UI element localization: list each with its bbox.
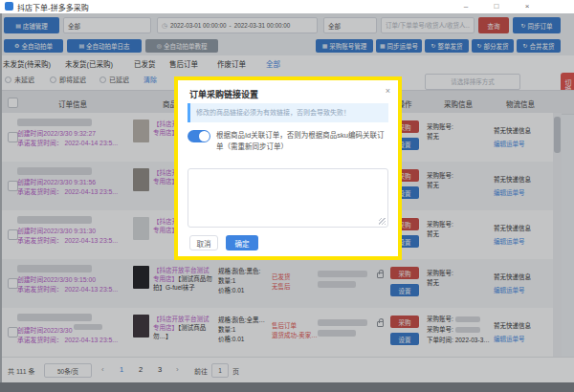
modal-close-icon[interactable]: × bbox=[386, 86, 390, 96]
purchase-link-settings-modal: 订单采购链接设置 × 修改的商品链接必须为有效链接，否则会导致失败！ 根据商品I… bbox=[174, 76, 402, 260]
purchase-link-textarea[interactable] bbox=[188, 168, 388, 228]
title-bar: 抖店下单-拼多多采购 – □ × bbox=[0, 0, 574, 14]
modal-title: 订单采购链接设置 bbox=[189, 88, 258, 100]
minimize-button[interactable]: – bbox=[457, 0, 475, 12]
maximize-button[interactable]: □ bbox=[488, 0, 505, 12]
cancel-button[interactable]: 取消 bbox=[189, 235, 218, 250]
window-title: 抖店下单-拼多多采购 bbox=[17, 2, 89, 12]
app-icon bbox=[5, 2, 13, 11]
close-window-button[interactable]: × bbox=[519, 0, 536, 12]
app-window: 抖店下单-拼多多采购 – □ × ▤ 店铺管理 全部 ◷ 2022-03-01 … bbox=[0, 0, 574, 392]
modal-toggle-block: 根据商品Id关联订单，否则为根据商品sku编码关联订单（需重新同步订单） bbox=[188, 130, 388, 153]
modal-info-alert: 修改的商品链接必须为有效链接，否则会导致失败！ bbox=[188, 103, 388, 122]
link-by-product-id-toggle[interactable] bbox=[188, 130, 210, 142]
toggle-description: 根据商品Id关联订单，否则为根据商品sku编码关联订单（需重新同步订单） bbox=[216, 131, 384, 151]
confirm-button[interactable]: 确定 bbox=[226, 235, 258, 250]
